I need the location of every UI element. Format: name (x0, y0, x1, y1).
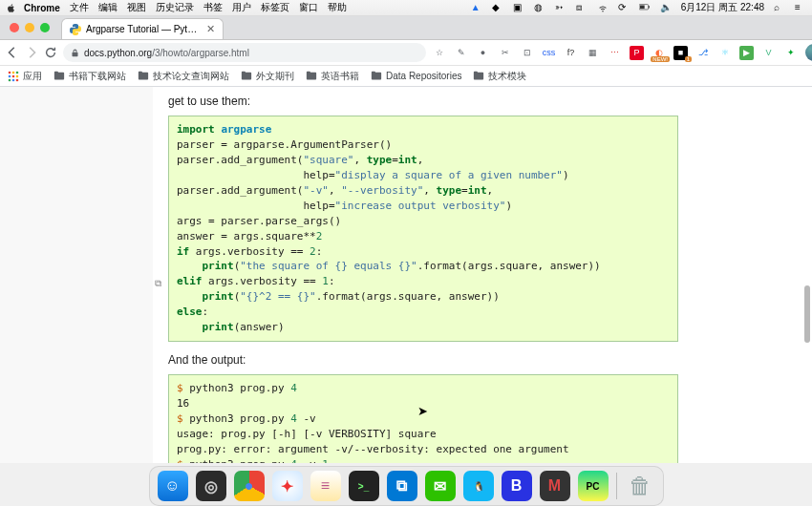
ext-font-icon[interactable]: f? (564, 46, 578, 60)
menu-edit[interactable]: 编辑 (98, 1, 118, 14)
status-circle-icon[interactable]: ◍ (534, 2, 545, 13)
reload-button[interactable] (44, 45, 57, 60)
pycharm-icon[interactable]: PC (578, 471, 609, 501)
ext-tampermonkey-icon[interactable]: ■ (673, 46, 688, 60)
ext-react-icon[interactable]: ⚛ (717, 46, 732, 60)
menu-people[interactable]: 用户 (232, 1, 251, 14)
forward-button[interactable] (25, 45, 38, 60)
bookmark-folder[interactable]: 外文期刊 (241, 70, 294, 83)
copy-code-icon[interactable]: ⧉ (155, 278, 166, 289)
folder-icon (371, 71, 382, 82)
baidu-icon[interactable]: B (502, 471, 532, 501)
status-magnet-icon[interactable]: ▲ (471, 2, 482, 13)
ext-css-icon[interactable]: css (542, 46, 556, 60)
ext-postman-icon[interactable]: ◐ (652, 46, 666, 60)
url-text: docs.python.org/3/howto/argparse.html (84, 48, 249, 58)
wechat-icon[interactable]: ✉ (425, 471, 456, 501)
svg-point-7 (9, 74, 11, 77)
menubar-clock[interactable]: 6月12日 周五 22:48 (681, 1, 764, 14)
menu-view[interactable]: 视图 (127, 1, 146, 14)
apps-shortcut[interactable]: 应用 (8, 70, 42, 83)
ext-pinterest-icon[interactable]: P (630, 46, 644, 60)
window-close-button[interactable] (10, 23, 19, 32)
bookmark-folder[interactable]: 技术论文查询网站 (138, 70, 229, 83)
svg-point-9 (16, 74, 19, 77)
profile-avatar-icon[interactable] (805, 44, 812, 61)
ext-snippet-icon[interactable]: ✂ (498, 46, 512, 60)
apple-icon[interactable] (6, 3, 16, 13)
address-bar[interactable]: docs.python.org/3/howto/argparse.html (63, 43, 426, 62)
window-minimize-button[interactable] (25, 23, 34, 32)
docs-sidebar (0, 87, 153, 463)
bookmark-folder[interactable]: 英语书籍 (306, 70, 359, 83)
notes-icon[interactable]: ≡ (310, 471, 341, 501)
back-button[interactable] (6, 45, 19, 60)
chrome-tab-strip: Argparse Tutorial — Python 3… ✕ (0, 16, 812, 40)
status-wifi-icon[interactable] (597, 2, 609, 13)
ext-evernote-icon[interactable]: ✦ (783, 46, 798, 60)
mweb-icon[interactable]: M (540, 471, 570, 501)
code-block-python: import argparse parser = argparse.Argume… (168, 116, 678, 342)
apps-grid-icon (8, 71, 19, 82)
svg-rect-1 (640, 5, 645, 9)
between-text: And the output: (168, 351, 678, 369)
menu-tab[interactable]: 标签页 (261, 1, 289, 14)
bookmark-folder[interactable]: Data Repositories (371, 71, 461, 82)
status-sync-icon[interactable]: ⟳ (618, 2, 630, 13)
lock-icon (71, 49, 79, 57)
ext-read-icon[interactable]: ✎ (454, 46, 468, 60)
spotlight-icon[interactable]: ⌕ (774, 2, 785, 13)
ext-octotree-icon[interactable]: ⎇ (695, 46, 710, 60)
safari-icon[interactable]: ✦ (272, 471, 303, 501)
menu-window[interactable]: 窗口 (299, 1, 318, 14)
window-zoom-button[interactable] (40, 23, 50, 32)
status-shield-icon[interactable]: ◆ (492, 2, 503, 13)
dock: ☺◎●✦≡>_⧉✉🐧BMPC 🗑 (149, 466, 664, 506)
ext-bookmark-icon[interactable]: ☆ (432, 46, 446, 60)
vscode-icon[interactable]: ⧉ (387, 471, 417, 501)
browser-tab[interactable]: Argparse Tutorial — Python 3… ✕ (61, 18, 224, 39)
chrome-icon[interactable]: ● (234, 471, 265, 501)
bookmark-folder[interactable]: 书籍下载网站 (53, 70, 126, 83)
svg-point-8 (12, 74, 15, 77)
ext-vue-icon[interactable]: V (761, 46, 776, 60)
mac-menubar: Chrome 文件 编辑 视图 历史记录 书签 用户 标签页 窗口 帮助 ▲ ◆… (0, 0, 812, 16)
menu-history[interactable]: 历史记录 (156, 1, 194, 14)
intro-text: get to use them: (168, 93, 678, 110)
svg-point-11 (12, 78, 15, 81)
ext-video-icon[interactable]: ▶ (739, 46, 754, 60)
page-viewport[interactable]: ⧉ get to use them: import argparse parse… (0, 87, 812, 463)
qq-icon[interactable]: 🐧 (463, 471, 494, 501)
dock-separator (616, 473, 617, 499)
tab-close-icon[interactable]: ✕ (206, 23, 215, 35)
status-dropbox-icon[interactable]: ⧈ (576, 2, 588, 13)
ext-adblock-icon[interactable]: ● (476, 46, 490, 60)
bookmark-folder[interactable]: 技术模块 (473, 70, 526, 83)
menu-file[interactable]: 文件 (70, 1, 89, 14)
iterm-icon[interactable]: >_ (349, 471, 379, 501)
finder-icon[interactable]: ☺ (158, 471, 188, 501)
scrollbar-thumb[interactable] (804, 285, 810, 343)
svg-point-6 (16, 71, 19, 74)
ext-grid-icon[interactable]: ▦ (586, 46, 600, 60)
menu-help[interactable]: 帮助 (328, 1, 347, 14)
ext-lastpass-icon[interactable]: ⋯ (608, 46, 622, 60)
trash-icon[interactable]: 🗑 (625, 471, 655, 501)
control-center-icon[interactable]: ≡ (795, 2, 806, 13)
folder-icon (306, 71, 317, 82)
svg-rect-2 (649, 6, 650, 8)
folder-icon (53, 71, 65, 82)
ext-devtools-icon[interactable]: ⊡ (520, 46, 534, 60)
folder-icon (473, 71, 484, 82)
status-fantastical-icon[interactable]: ➳ (555, 2, 566, 13)
svg-point-10 (9, 78, 11, 81)
menubar-app-name[interactable]: Chrome (24, 3, 60, 13)
code-block-shell: $ python3 prog.py 4 16 $ python3 prog.py… (168, 374, 678, 463)
obs-icon[interactable]: ◎ (196, 471, 226, 501)
svg-rect-3 (73, 52, 78, 56)
status-clipboard-icon[interactable]: ▣ (513, 2, 524, 13)
status-battery-icon[interactable] (639, 2, 651, 13)
status-volume-icon[interactable]: 🔈 (660, 2, 672, 13)
menu-bookmarks[interactable]: 书签 (203, 1, 223, 14)
svg-point-5 (12, 71, 15, 74)
